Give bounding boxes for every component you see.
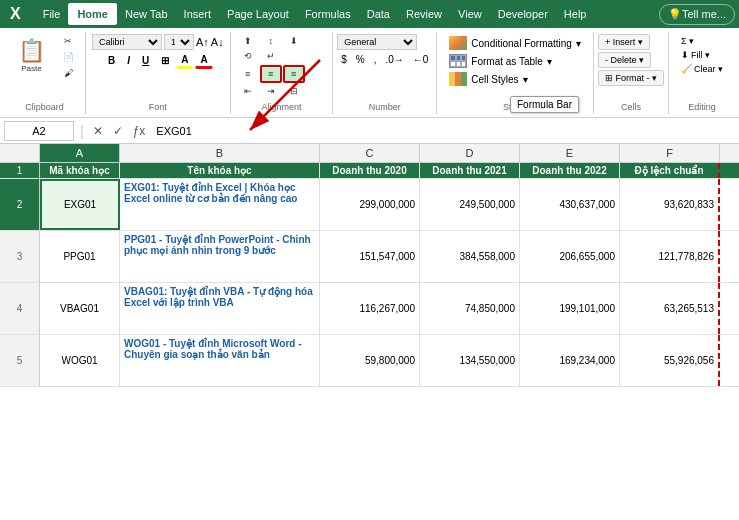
menu-view[interactable]: View — [450, 4, 490, 24]
cell-c2[interactable]: 299,000,000 — [320, 179, 420, 230]
conditional-dropdown-icon[interactable]: ▾ — [576, 38, 581, 49]
cells-label: Cells — [598, 102, 664, 114]
col-header-c[interactable]: C — [320, 144, 420, 162]
percent-button[interactable]: % — [352, 52, 369, 67]
col-header-f[interactable]: F — [620, 144, 720, 162]
header-cell-f[interactable]: Độ lệch chuẩn — [620, 163, 720, 178]
cell-d4[interactable]: 74,850,000 — [420, 283, 520, 334]
insert-function-icon[interactable]: ƒx — [130, 123, 149, 139]
col-header-a[interactable]: A — [40, 144, 120, 162]
cell-f4[interactable]: 63,265,513 — [620, 283, 720, 334]
paste-button[interactable]: 📋 Paste — [10, 34, 53, 77]
menu-pagelayout[interactable]: Page Layout — [219, 4, 297, 24]
menu-review[interactable]: Review — [398, 4, 450, 24]
cell-f3[interactable]: 121,778,826 — [620, 231, 720, 282]
decrease-font-button[interactable]: A↓ — [211, 36, 224, 48]
copy-icon: 📄 — [63, 52, 74, 62]
increase-indent-button[interactable]: ⇥ — [260, 84, 282, 98]
delete-button[interactable]: - Delete ▾ — [598, 52, 651, 68]
text-direction-button[interactable]: ⟲ — [237, 49, 259, 63]
menu-developer[interactable]: Developer — [490, 4, 556, 24]
col-header-b[interactable]: B — [120, 144, 320, 162]
decrease-decimal-button[interactable]: ←0 — [409, 52, 433, 67]
comma-button[interactable]: , — [370, 52, 381, 67]
cell-e3[interactable]: 206,655,000 — [520, 231, 620, 282]
cell-a3[interactable]: PPG01 — [40, 231, 120, 282]
cell-d2[interactable]: 249,500,000 — [420, 179, 520, 230]
decrease-indent-button[interactable]: ⇤ — [237, 84, 259, 98]
menu-newtab[interactable]: New Tab — [117, 4, 176, 24]
cell-e5[interactable]: 169,234,000 — [520, 335, 620, 386]
format-as-table-button[interactable]: Format as Table ▾ — [443, 52, 587, 70]
header-cell-d[interactable]: Doanh thu 2021 — [420, 163, 520, 178]
col-header-d[interactable]: D — [420, 144, 520, 162]
align-right-button[interactable]: ≡ — [283, 65, 305, 83]
insert-button[interactable]: + Insert ▾ — [598, 34, 650, 50]
merge-center-button[interactable]: ⊟ — [283, 84, 305, 98]
name-box[interactable] — [4, 121, 74, 141]
menu-help[interactable]: Help — [556, 4, 595, 24]
cell-e2[interactable]: 430,637,000 — [520, 179, 620, 230]
format-button[interactable]: ⊞ Format - ▾ — [598, 70, 664, 86]
cell-d3[interactable]: 384,558,000 — [420, 231, 520, 282]
tell-me-input[interactable]: 💡 Tell me... — [659, 4, 735, 25]
fill-button[interactable]: ⬇ Fill ▾ — [673, 48, 731, 62]
menu-insert[interactable]: Insert — [176, 4, 220, 24]
formula-input[interactable] — [152, 123, 735, 139]
cell-styles-button[interactable]: Cell Styles ▾ — [443, 70, 587, 88]
align-left-button[interactable]: ≡ — [237, 67, 259, 81]
cell-c4[interactable]: 116,267,000 — [320, 283, 420, 334]
spreadsheet: A B C D E F 1 Mã khóa học Tên khóa học D… — [0, 144, 739, 387]
increase-font-button[interactable]: A↑ — [196, 36, 209, 48]
cell-e4[interactable]: 199,101,000 — [520, 283, 620, 334]
font-size-select[interactable]: 11 — [164, 34, 194, 50]
cell-f5[interactable]: 55,926,056 — [620, 335, 720, 386]
cell-styles-dropdown-icon[interactable]: ▾ — [523, 74, 528, 85]
cancel-formula-icon[interactable]: ✕ — [90, 123, 106, 139]
copy-button[interactable]: 📄 — [57, 50, 79, 64]
menu-home[interactable]: Home — [68, 3, 117, 25]
row-num-4: 4 — [0, 283, 40, 334]
cell-b5[interactable]: WOG01 - Tuyệt đỉnh Microsoft Word - Chuy… — [120, 335, 320, 387]
menu-file[interactable]: File — [35, 4, 69, 24]
cut-button[interactable]: ✂ — [57, 34, 79, 48]
align-bottom-button[interactable]: ⬇ — [283, 34, 305, 48]
cell-c3[interactable]: 151,547,000 — [320, 231, 420, 282]
format-painter-button[interactable]: 🖌 — [57, 66, 79, 80]
cell-a2[interactable]: EXG01 — [40, 179, 120, 230]
cell-c5[interactable]: 59,800,000 — [320, 335, 420, 386]
autosum-button[interactable]: Σ ▾ — [673, 34, 731, 48]
conditional-formatting-button[interactable]: Conditional Formatting ▾ — [443, 34, 587, 52]
bold-button[interactable]: B — [103, 53, 120, 68]
header-cell-b[interactable]: Tên khóa học — [120, 163, 320, 178]
increase-decimal-button[interactable]: .0→ — [381, 52, 407, 67]
menu-formulas[interactable]: Formulas — [297, 4, 359, 24]
cell-a5[interactable]: WOG01 — [40, 335, 120, 386]
cell-b2[interactable]: EXG01: Tuyệt đỉnh Excel | Khóa học Excel… — [120, 179, 320, 231]
font-color-button[interactable]: A — [195, 52, 212, 69]
fill-color-button[interactable]: A — [176, 52, 193, 69]
format-table-dropdown-icon[interactable]: ▾ — [547, 56, 552, 67]
clear-button[interactable]: 🧹 Clear ▾ — [673, 62, 731, 76]
font-name-select[interactable]: Calibri — [92, 34, 162, 50]
underline-button[interactable]: U — [137, 53, 154, 68]
header-cell-a[interactable]: Mã khóa học — [40, 163, 120, 178]
header-cell-c[interactable]: Doanh thu 2020 — [320, 163, 420, 178]
menu-data[interactable]: Data — [359, 4, 398, 24]
italic-button[interactable]: I — [122, 53, 135, 68]
cell-a4[interactable]: VBAG01 — [40, 283, 120, 334]
cell-b3[interactable]: PPG01 - Tuyệt đỉnh PowerPoint - Chinh ph… — [120, 231, 320, 283]
cell-d5[interactable]: 134,550,000 — [420, 335, 520, 386]
border-button[interactable]: ⊞ — [156, 53, 174, 68]
col-header-e[interactable]: E — [520, 144, 620, 162]
cell-b4[interactable]: VBAG01: Tuyệt đỉnh VBA - Tự động hóa Exc… — [120, 283, 320, 335]
number-format-select[interactable]: General — [337, 34, 417, 50]
cell-f2[interactable]: 93,620,833 — [620, 179, 720, 230]
currency-button[interactable]: $ — [337, 52, 351, 67]
align-middle-button[interactable]: ↕ — [260, 34, 282, 48]
align-top-button[interactable]: ⬆ — [237, 34, 259, 48]
align-center-button[interactable]: ≡ — [260, 65, 282, 83]
confirm-formula-icon[interactable]: ✓ — [110, 123, 126, 139]
wrap-text-button[interactable]: ↵ — [260, 49, 282, 63]
header-cell-e[interactable]: Doanh thu 2022 — [520, 163, 620, 178]
